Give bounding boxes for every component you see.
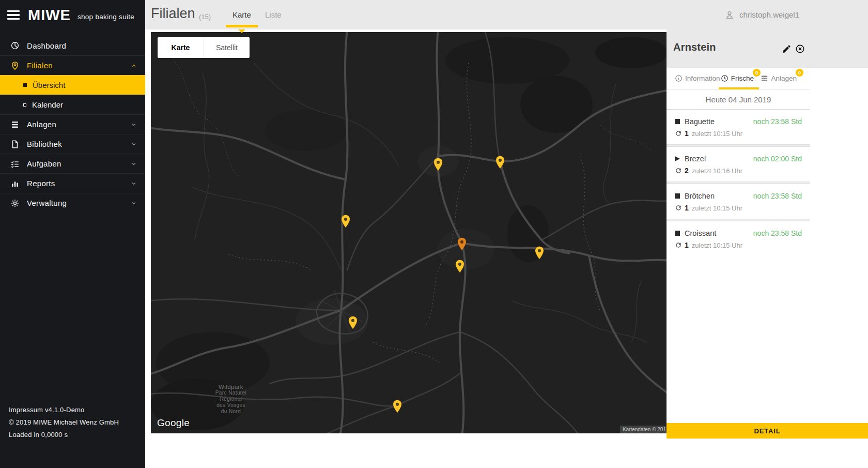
list-item[interactable]: Baguette noch 23:58 Std 1 zuletzt 10:15 … — [667, 110, 810, 144]
last-update: zuletzt 10:15 Uhr — [692, 241, 742, 249]
page-title: Filialen — [151, 6, 195, 22]
bar-chart-icon — [10, 179, 20, 188]
view-tabs: Karte Liste — [226, 0, 289, 29]
product-shape-icon — [675, 231, 680, 236]
tab-karte[interactable]: Karte — [226, 0, 258, 29]
last-update: zuletzt 10:15 Uhr — [692, 130, 742, 138]
map-pin[interactable] — [535, 246, 544, 260]
clock-icon — [721, 74, 729, 82]
map-pin[interactable] — [341, 215, 350, 228]
sidebar-item-label: Bibliothek — [27, 140, 62, 148]
sidebar-item-label: Verwaltung — [27, 199, 67, 207]
google-logo: Google — [157, 417, 190, 429]
last-update: zuletzt 10:16 Uhr — [692, 167, 742, 175]
detail-button[interactable]: DETAIL — [667, 423, 868, 439]
chevron-up-icon — [131, 63, 137, 69]
active-tab-caret — [238, 29, 245, 33]
map-canvas[interactable]: Karte Satellit Wildpark Parc Naturel Rég… — [151, 32, 667, 433]
sidebar-item-label: Dashboard — [27, 41, 66, 50]
list-item[interactable]: Brezel noch 02:00 Std 2 zuletzt 10:16 Uh… — [667, 147, 810, 182]
chevron-down-icon — [131, 180, 137, 187]
sidebar-item-verwaltung[interactable]: Verwaltung — [0, 193, 145, 213]
sidebar-item-anlagen[interactable]: Anlagen — [0, 114, 145, 134]
map-pin[interactable] — [455, 260, 464, 273]
bullet-filled-icon — [23, 83, 27, 87]
machines-icon — [10, 120, 20, 129]
page-count: (15) — [199, 13, 211, 21]
brand-suffix: shop baking suite — [78, 13, 134, 21]
map-type-control: Karte Satellit — [158, 37, 250, 58]
content: Karte Satellit Wildpark Parc Naturel Rég… — [145, 29, 868, 468]
chevron-down-icon — [131, 200, 137, 206]
sidebar-item-label: Übersicht — [33, 81, 65, 89]
user-icon — [724, 10, 735, 20]
tab-information[interactable]: Information — [675, 68, 720, 89]
refresh-icon — [675, 241, 682, 249]
sidebar-footer: Impressum v4.1.0-Demo © 2019 MIWE Michae… — [9, 404, 119, 441]
chevron-down-icon — [131, 122, 137, 128]
sidebar-item-kalender[interactable]: Kalender — [0, 95, 145, 114]
date-header: Heute 04 Jun 2019 — [667, 89, 810, 110]
list-item[interactable]: Croissant noch 23:58 Std 1 zuletzt 10:15… — [667, 221, 810, 256]
tab-anlagen[interactable]: Anlagen 0 — [761, 68, 797, 89]
sidebar-item-filialen[interactable]: Filialen — [0, 55, 145, 75]
sidebar-item-label: Anlagen — [27, 120, 56, 129]
sidebar-item-label: Filialen — [27, 61, 53, 70]
app-root: MIWE shop baking suite Dashboard Filiale… — [0, 0, 868, 468]
tasks-icon — [10, 159, 20, 169]
frische-badge: 0 — [753, 69, 761, 77]
user-menu[interactable]: christoph.weigel1 — [724, 0, 799, 29]
refresh-icon — [675, 204, 682, 212]
menu-toggle-button[interactable] — [7, 10, 20, 20]
info-icon — [675, 74, 683, 82]
close-icon[interactable] — [795, 44, 805, 54]
map-pin[interactable] — [495, 156, 505, 169]
impressum-link[interactable]: Impressum v4.1.0-Demo — [9, 404, 119, 416]
anlagen-badge: 0 — [796, 69, 803, 77]
sidebar-item-uebersicht[interactable]: Übersicht — [0, 75, 145, 95]
tab-frische[interactable]: Frische 0 — [721, 68, 754, 89]
gear-icon — [10, 199, 20, 208]
document-icon — [10, 140, 20, 149]
sidebar-nav: Dashboard Filialen Übersicht Kalender — [0, 36, 145, 213]
chevron-down-icon — [131, 141, 137, 147]
remaining-time: noch 23:58 Std — [753, 229, 802, 237]
remaining-time: noch 02:00 Std — [753, 155, 802, 163]
map-pin-icon — [10, 61, 20, 70]
sidebar-item-label: Kalender — [32, 100, 63, 109]
sidebar: MIWE shop baking suite Dashboard Filiale… — [0, 0, 145, 468]
sidebar-item-reports[interactable]: Reports — [0, 173, 145, 193]
map-pin-selected[interactable] — [457, 237, 467, 251]
panel-header: Arnstein — [667, 29, 868, 68]
chevron-down-icon — [131, 161, 137, 167]
panel-title: Arnstein — [673, 41, 716, 53]
map-roads — [151, 32, 667, 433]
bullet-hollow-icon — [23, 103, 26, 107]
sidebar-item-label: Reports — [27, 179, 55, 188]
edit-icon[interactable] — [782, 44, 792, 54]
list-item[interactable]: Brötchen noch 23:58 Std 1 zuletzt 10:15 … — [667, 184, 810, 219]
dashboard-icon — [10, 41, 20, 50]
product-shape-icon — [675, 119, 680, 124]
remaining-time: noch 23:58 Std — [753, 117, 802, 126]
tab-liste[interactable]: Liste — [258, 0, 289, 29]
sidebar-item-dashboard[interactable]: Dashboard — [0, 36, 145, 55]
last-update: zuletzt 10:15 Uhr — [692, 204, 742, 212]
map-pin[interactable] — [433, 158, 443, 171]
map-type-karte-button[interactable]: Karte — [158, 37, 204, 58]
map-pin[interactable] — [393, 400, 402, 413]
product-shape-icon — [675, 193, 680, 199]
copyright-text: © 2019 MIWE Michael Wenz GmbH — [9, 416, 119, 429]
panel-tabs: Information Frische 0 Anlagen 0 — [667, 68, 810, 89]
detail-panel: Arnstein Information Frische 0 — [667, 29, 868, 468]
product-shape-icon — [675, 156, 680, 161]
map-pin[interactable] — [348, 316, 358, 329]
map-type-satellit-button[interactable]: Satellit — [204, 37, 250, 58]
refresh-icon — [675, 167, 682, 174]
load-time-text: Loaded in 0,0000 s — [9, 429, 119, 441]
machines-icon — [761, 74, 768, 82]
username: christoph.weigel1 — [739, 10, 799, 19]
sidebar-item-bibliothek[interactable]: Bibliothek — [0, 134, 145, 154]
freshness-list: Baguette noch 23:58 Std 1 zuletzt 10:15 … — [667, 110, 810, 256]
sidebar-item-aufgaben[interactable]: Aufgaben — [0, 154, 145, 173]
